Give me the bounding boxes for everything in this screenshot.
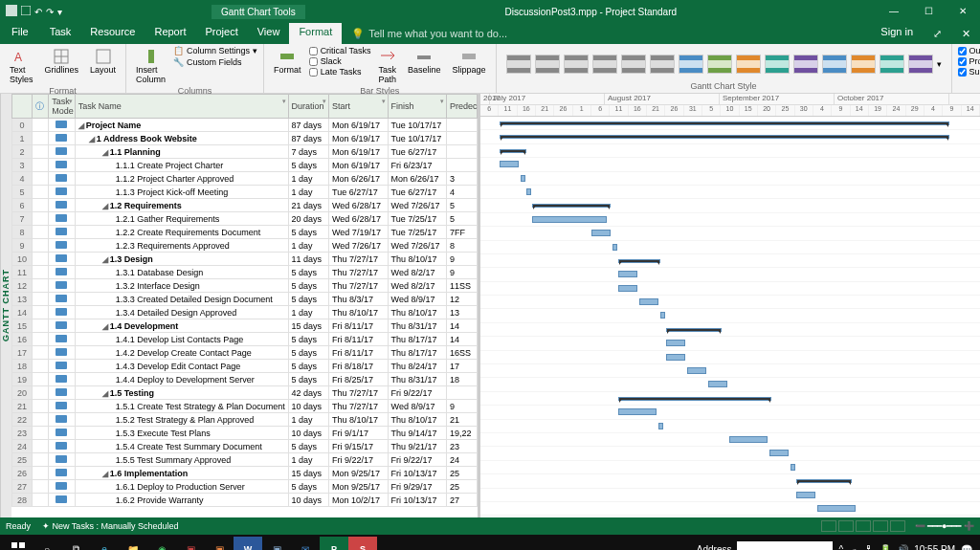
- duration-cell[interactable]: 21 days: [288, 199, 328, 212]
- cortana-icon[interactable]: ○: [33, 537, 61, 550]
- close-button[interactable]: ✕: [946, 0, 980, 23]
- row-number[interactable]: 4: [12, 172, 33, 186]
- pred-cell[interactable]: [447, 145, 478, 159]
- finish-cell[interactable]: Thu 9/14/17: [388, 427, 447, 440]
- start-cell[interactable]: Thu 7/27/17: [329, 386, 389, 400]
- info-cell[interactable]: [33, 186, 49, 199]
- outline-number-checkbox[interactable]: [958, 47, 967, 55]
- row-number[interactable]: 25: [12, 453, 33, 467]
- finish-cell[interactable]: Wed 8/2/17: [388, 279, 447, 293]
- info-cell[interactable]: [33, 172, 49, 186]
- collapse-icon[interactable]: ◢: [102, 389, 108, 398]
- duration-cell[interactable]: 15 days: [288, 319, 328, 333]
- table-row[interactable]: 131.3.3 Created Detailed Design Document…: [12, 293, 478, 306]
- finish-cell[interactable]: Wed 8/9/17: [388, 400, 447, 413]
- clock[interactable]: 10:55 PM: [914, 544, 955, 551]
- summary-bar[interactable]: [500, 135, 949, 139]
- pred-cell[interactable]: 14: [447, 319, 478, 333]
- gantt-chart[interactable]: 2017July 2017August 2017September 2017Oc…: [480, 94, 980, 517]
- pred-cell[interactable]: 21: [447, 413, 478, 427]
- task-bar[interactable]: [612, 244, 617, 251]
- table-row[interactable]: 6◢1.2 Requirements21 daysWed 6/28/17Wed …: [12, 199, 478, 212]
- row-number[interactable]: 9: [12, 239, 33, 253]
- start-cell[interactable]: Fri 9/22/17: [329, 453, 389, 467]
- tab-format[interactable]: Format: [289, 23, 342, 44]
- task-bar[interactable]: [618, 408, 657, 415]
- row-number[interactable]: 7: [12, 212, 33, 226]
- info-cell[interactable]: [33, 319, 49, 333]
- finish-cell[interactable]: Wed 7/26/17: [388, 239, 447, 253]
- finish-cell[interactable]: Fri 6/23/17: [388, 159, 447, 172]
- info-cell[interactable]: [33, 226, 49, 239]
- task-name-cell[interactable]: 1.1.1 Create Project Charter: [75, 159, 288, 172]
- info-cell[interactable]: [33, 132, 49, 145]
- view-task-usage-icon[interactable]: [838, 520, 854, 532]
- row-number[interactable]: 11: [12, 266, 33, 279]
- style-swatch[interactable]: [535, 55, 560, 74]
- table-row[interactable]: 161.4.1 Develop List Contacts Page5 days…: [12, 333, 478, 346]
- summary-bar[interactable]: [796, 479, 852, 483]
- pred-cell[interactable]: 24: [447, 453, 478, 467]
- style-swatch[interactable]: [736, 55, 761, 74]
- row-number[interactable]: 10: [12, 253, 33, 266]
- mode-cell[interactable]: [49, 346, 76, 360]
- start-cell[interactable]: Mon 6/19/17: [329, 132, 389, 145]
- duration-cell[interactable]: 5 days: [288, 346, 328, 360]
- duration-cell[interactable]: 5 days: [288, 440, 328, 453]
- summary-bar[interactable]: [618, 397, 771, 401]
- task-bar[interactable]: [796, 492, 815, 498]
- row-number[interactable]: 5: [12, 186, 33, 199]
- task-name-cell[interactable]: 1.4.1 Develop List Contacts Page: [75, 333, 288, 346]
- duration-cell[interactable]: 15 days: [288, 467, 328, 480]
- mode-cell[interactable]: [49, 226, 76, 239]
- start-cell[interactable]: Mon 6/19/17: [329, 119, 389, 132]
- slack-checkbox[interactable]: [309, 57, 318, 66]
- view-team-planner-icon[interactable]: [856, 520, 871, 532]
- start-cell[interactable]: Fri 8/25/17: [329, 373, 389, 386]
- info-cell[interactable]: [33, 494, 49, 507]
- pred-cell[interactable]: 4: [447, 186, 478, 199]
- duration-cell[interactable]: 5 days: [288, 373, 328, 386]
- col-info[interactable]: ⓘ: [33, 95, 49, 119]
- start-cell[interactable]: Fri 9/15/17: [329, 440, 389, 453]
- collapse-icon[interactable]: ◢: [102, 202, 108, 210]
- column-settings-button[interactable]: 📋 Column Settings ▾: [173, 46, 257, 55]
- task-bar[interactable]: [666, 354, 685, 361]
- duration-cell[interactable]: 1 day: [288, 239, 328, 253]
- close-secondary-icon[interactable]: ✕: [951, 28, 980, 40]
- pred-cell[interactable]: 5: [447, 199, 478, 212]
- task-name-cell[interactable]: 1.4.3 Develop Edit Contact Page: [75, 360, 288, 373]
- minimize-button[interactable]: —: [877, 0, 911, 23]
- table-row[interactable]: 1◢1 Address Book Website87 daysMon 6/19/…: [12, 132, 478, 145]
- start-cell[interactable]: Thu 8/3/17: [329, 293, 389, 306]
- table-row[interactable]: 251.5.5 Test Summary Approved1 dayFri 9/…: [12, 453, 478, 467]
- collapse-icon[interactable]: ◢: [102, 322, 108, 331]
- col-predec[interactable]: Predec: [447, 95, 478, 119]
- start-cell[interactable]: Wed 7/26/17: [329, 239, 389, 253]
- task-name-cell[interactable]: 1.4.4 Deploy to Development Server: [75, 373, 288, 386]
- duration-cell[interactable]: 20 days: [288, 212, 328, 226]
- style-swatch[interactable]: [908, 55, 933, 74]
- table-row[interactable]: 71.2.1 Gather Requirements20 daysWed 6/2…: [12, 212, 478, 226]
- duration-cell[interactable]: 1 day: [288, 306, 328, 319]
- late-tasks-checkbox[interactable]: [309, 68, 318, 77]
- row-number[interactable]: 20: [12, 386, 33, 400]
- pred-cell[interactable]: 14: [447, 333, 478, 346]
- info-cell[interactable]: [33, 293, 49, 306]
- row-number[interactable]: 16: [12, 333, 33, 346]
- start-cell[interactable]: Wed 6/28/17: [329, 199, 389, 212]
- finish-cell[interactable]: Thu 8/10/17: [388, 413, 447, 427]
- task-name-cell[interactable]: 1.2.2 Create Requirements Document: [75, 226, 288, 239]
- task-bar[interactable]: [521, 175, 525, 182]
- task-path-button[interactable]: Task Path: [374, 46, 400, 86]
- duration-cell[interactable]: 1 day: [288, 186, 328, 199]
- row-number[interactable]: 14: [12, 306, 33, 319]
- duration-cell[interactable]: 10 days: [288, 400, 328, 413]
- table-row[interactable]: 141.3.4 Detailed Design Approved1 dayThu…: [12, 306, 478, 319]
- duration-cell[interactable]: 5 days: [288, 480, 328, 494]
- table-row[interactable]: 281.6.2 Provide Warranty10 daysMon 10/2/…: [12, 494, 478, 507]
- maximize-button[interactable]: ☐: [911, 0, 946, 23]
- tell-me-input[interactable]: 💡Tell me what you want to do...: [342, 23, 517, 44]
- start-cell[interactable]: Wed 6/28/17: [329, 212, 389, 226]
- start-cell[interactable]: Fri 8/11/17: [329, 346, 389, 360]
